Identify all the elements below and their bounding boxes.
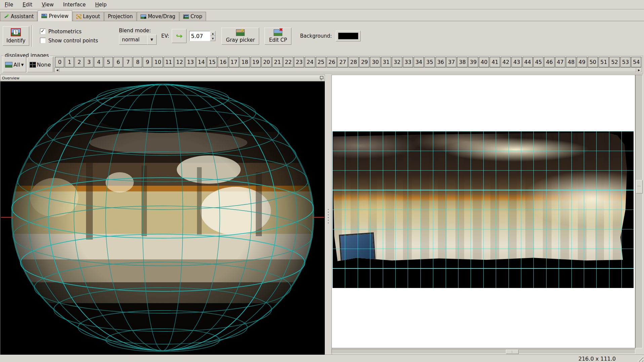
image-toggle-button-54[interactable]: 54 bbox=[631, 57, 641, 67]
image-toggle-button-52[interactable]: 52 bbox=[609, 57, 619, 67]
image-toggle-button-47[interactable]: 47 bbox=[555, 57, 565, 67]
image-toggle-button-18[interactable]: 18 bbox=[240, 57, 250, 67]
image-toggle-button-49[interactable]: 49 bbox=[577, 57, 587, 67]
image-toggle-button-13[interactable]: 13 bbox=[185, 57, 195, 67]
image-toggle-button-11[interactable]: 11 bbox=[164, 57, 174, 67]
image-toggle-button-6[interactable]: 6 bbox=[114, 57, 123, 67]
ev-apply-button[interactable]: ↪ bbox=[172, 29, 187, 43]
image-toggle-button-40[interactable]: 40 bbox=[479, 57, 489, 67]
menu-view[interactable]: View bbox=[37, 1, 58, 9]
image-toggle-button-9[interactable]: 9 bbox=[143, 57, 152, 67]
overview-header[interactable]: Overview bbox=[0, 75, 325, 81]
image-toggle-button-0[interactable]: 0 bbox=[55, 57, 64, 67]
image-toggle-button-53[interactable]: 53 bbox=[620, 57, 631, 67]
none-images-label: None bbox=[37, 62, 51, 68]
image-strip-scrollbar[interactable]: ◀ ▶ bbox=[54, 68, 642, 73]
image-toggle-button-46[interactable]: 46 bbox=[544, 57, 554, 67]
tab-layout[interactable]: Layout bbox=[73, 12, 104, 21]
spinner-up-icon[interactable]: ▲ bbox=[210, 31, 215, 36]
gray-picker-button[interactable]: Gray picker bbox=[222, 28, 259, 45]
image-toggle-button-42[interactable]: 42 bbox=[501, 57, 511, 67]
image-toggle-button-28[interactable]: 28 bbox=[349, 57, 359, 67]
image-toggle-button-16[interactable]: 16 bbox=[218, 57, 228, 67]
edit-cp-label: Edit CP bbox=[269, 37, 287, 43]
edit-cp-button[interactable]: Edit CP bbox=[265, 28, 291, 45]
preview-pane[interactable] bbox=[331, 75, 635, 348]
image-toggle-button-45[interactable]: 45 bbox=[533, 57, 544, 67]
image-toggle-button-15[interactable]: 15 bbox=[207, 57, 217, 67]
menu-help[interactable]: Help bbox=[90, 1, 111, 9]
preview-horizontal-scrollbar-thumb[interactable] bbox=[506, 350, 519, 354]
identify-button[interactable]: 1 Identify bbox=[3, 26, 29, 46]
blend-mode-select[interactable]: normal ▼ bbox=[119, 35, 157, 45]
tab-movedrag[interactable]: Move/Drag bbox=[137, 12, 179, 21]
image-toggle-button-24[interactable]: 24 bbox=[305, 57, 315, 67]
scroll-left-icon[interactable]: ◀ bbox=[54, 68, 60, 72]
ev-input[interactable] bbox=[189, 31, 210, 41]
image-toggle-button-25[interactable]: 25 bbox=[316, 57, 326, 67]
image-toggle-button-41[interactable]: 41 bbox=[490, 57, 500, 67]
image-toggle-button-21[interactable]: 21 bbox=[272, 57, 282, 67]
tab-preview[interactable]: GL Preview bbox=[38, 10, 72, 21]
spinner-down-icon[interactable]: ▼ bbox=[210, 36, 215, 41]
image-toggle-button-44[interactable]: 44 bbox=[523, 57, 533, 67]
pin-icon[interactable] bbox=[320, 76, 323, 80]
show-control-points-checkbox[interactable]: Show control points bbox=[40, 38, 98, 44]
image-toggle-button-27[interactable]: 27 bbox=[337, 57, 348, 67]
image-toggle-button-19[interactable]: 19 bbox=[251, 57, 261, 67]
image-toggle-button-30[interactable]: 30 bbox=[370, 57, 380, 67]
preview-vertical-scrollbar-thumb[interactable] bbox=[636, 180, 643, 193]
show-all-images-button[interactable]: All▼ bbox=[3, 57, 26, 72]
image-toggle-button-22[interactable]: 22 bbox=[283, 57, 293, 67]
preview-horizontal-scrollbar[interactable] bbox=[331, 349, 635, 354]
resize-grip[interactable] bbox=[638, 356, 643, 362]
pane-splitter[interactable] bbox=[325, 75, 332, 355]
image-toggle-button-31[interactable]: 31 bbox=[381, 57, 391, 67]
image-toggle-button-29[interactable]: 29 bbox=[359, 57, 369, 67]
tab-crop[interactable]: Crop bbox=[179, 12, 206, 21]
image-toggle-button-1[interactable]: 1 bbox=[65, 57, 74, 67]
menu-interface[interactable]: Interface bbox=[58, 1, 90, 9]
image-toggle-button-4[interactable]: 4 bbox=[94, 57, 103, 67]
image-toggle-button-17[interactable]: 17 bbox=[229, 57, 239, 67]
panorama-preview[interactable] bbox=[332, 131, 634, 288]
image-toggle-button-43[interactable]: 43 bbox=[512, 57, 522, 67]
image-toggle-button-39[interactable]: 39 bbox=[468, 57, 478, 67]
image-toggle-button-37[interactable]: 37 bbox=[446, 57, 456, 67]
image-toggle-button-10[interactable]: 10 bbox=[153, 57, 163, 67]
image-toggle-button-14[interactable]: 14 bbox=[196, 57, 206, 67]
show-control-points-checkbox-box[interactable] bbox=[40, 38, 46, 43]
image-toggle-button-3[interactable]: 3 bbox=[84, 57, 93, 67]
background-color-button[interactable] bbox=[336, 31, 361, 41]
image-toggle-button-36[interactable]: 36 bbox=[436, 57, 446, 67]
image-toggle-button-2[interactable]: 2 bbox=[75, 57, 84, 67]
panosphere-canvas[interactable] bbox=[0, 81, 325, 355]
tab-assistant[interactable]: Assistant bbox=[0, 12, 37, 21]
image-toggle-button-8[interactable]: 8 bbox=[133, 57, 142, 67]
image-toggle-button-20[interactable]: 20 bbox=[261, 57, 272, 67]
image-toggle-button-5[interactable]: 5 bbox=[104, 57, 113, 67]
image-toggle-button-7[interactable]: 7 bbox=[123, 57, 132, 67]
photometrics-checkbox-box[interactable] bbox=[40, 29, 46, 34]
menu-file[interactable]: File bbox=[0, 1, 18, 9]
menu-edit[interactable]: Edit bbox=[18, 1, 37, 9]
show-no-images-button[interactable]: None bbox=[27, 57, 53, 72]
image-toggle-button-48[interactable]: 48 bbox=[566, 57, 576, 67]
image-strip-scrollbar-thumb[interactable] bbox=[60, 68, 636, 72]
photometrics-checkbox[interactable]: Photometrics bbox=[40, 29, 98, 35]
image-toggle-button-26[interactable]: 26 bbox=[327, 57, 337, 67]
image-toggle-button-51[interactable]: 51 bbox=[599, 57, 609, 67]
image-toggle-button-38[interactable]: 38 bbox=[457, 57, 467, 67]
image-toggle-button-35[interactable]: 35 bbox=[425, 57, 435, 67]
image-toggle-button-32[interactable]: 32 bbox=[392, 57, 402, 67]
image-toggle-button-34[interactable]: 34 bbox=[414, 57, 424, 67]
scroll-right-icon[interactable]: ▶ bbox=[636, 68, 642, 72]
preview-vertical-scrollbar[interactable] bbox=[635, 75, 643, 348]
image-toggle-button-12[interactable]: 12 bbox=[174, 57, 185, 67]
tab-movedrag-label: Move/Drag bbox=[148, 13, 175, 20]
image-toggle-button-33[interactable]: 33 bbox=[403, 57, 413, 67]
image-toggle-button-23[interactable]: 23 bbox=[294, 57, 304, 67]
chevron-down-icon[interactable]: ▼ bbox=[147, 35, 157, 45]
image-toggle-button-50[interactable]: 50 bbox=[588, 57, 598, 67]
tab-projection[interactable]: Projection bbox=[104, 12, 136, 21]
